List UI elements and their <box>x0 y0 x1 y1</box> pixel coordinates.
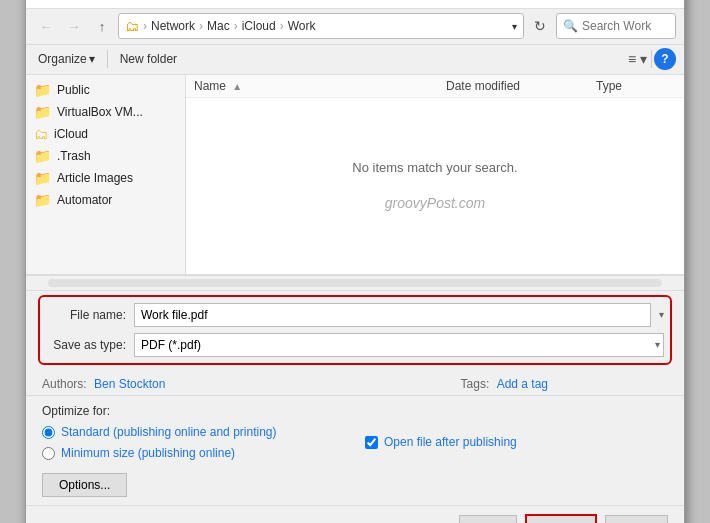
tags-value[interactable]: Add a tag <box>497 377 548 391</box>
sidebar: 📁 Public 📁 VirtualBox VM... 🗂 iCloud 📁 .… <box>26 75 186 274</box>
icloud-folder-icon: 🗂 <box>34 126 48 142</box>
sidebar-item-virtualbox[interactable]: 📁 VirtualBox VM... <box>26 101 185 123</box>
folder-icon: 📁 <box>34 148 51 164</box>
sidebar-item-automator[interactable]: 📁 Automator <box>26 189 185 211</box>
minimum-radio-label: Minimum size (publishing online) <box>61 445 235 462</box>
breadcrumb-network[interactable]: Network <box>151 19 195 33</box>
open-file-checkbox[interactable] <box>365 436 378 449</box>
breadcrumb: 🗂 › Network › Mac › iCloud › Work ▾ <box>118 13 524 39</box>
optimize-section: Optimize for: Standard (publishing onlin… <box>42 404 345 498</box>
back-button[interactable]: ← <box>34 14 58 38</box>
view-toggle-button[interactable]: ≡ ▾ <box>626 49 649 69</box>
toolbar-separator-2 <box>651 50 652 68</box>
breadcrumb-icloud[interactable]: iCloud <box>242 19 276 33</box>
up-button[interactable]: ↑ <box>90 14 114 38</box>
bottom-right: Tools ▾ Save Cancel <box>459 514 668 523</box>
tags-label: Tags: <box>461 377 490 391</box>
search-input[interactable] <box>582 19 672 33</box>
forward-button[interactable]: → <box>62 14 86 38</box>
optimize-label: Optimize for: <box>42 404 345 418</box>
open-file-section: Open file after publishing <box>365 404 668 451</box>
file-pane: Name ▲ Date modified Type No items match… <box>186 75 684 274</box>
sidebar-item-label: iCloud <box>54 127 88 141</box>
main-area: 📁 Public 📁 VirtualBox VM... 🗂 iCloud 📁 .… <box>26 75 684 275</box>
filename-row-highlight: File name: ▾ Save as type: PDF (*.pdf) ▾ <box>42 299 668 361</box>
search-icon: 🔍 <box>563 19 578 33</box>
title-bar: 💾 Save As − □ ✕ <box>26 0 684 9</box>
empty-message: No items match your search. <box>352 160 517 175</box>
options-area: Optimize for: Standard (publishing onlin… <box>26 396 684 506</box>
tools-button[interactable]: Tools ▾ <box>459 515 517 523</box>
authors-value[interactable]: Ben Stockton <box>94 377 165 391</box>
authors-label: Authors: <box>42 377 87 391</box>
options-button[interactable]: Options... <box>42 473 127 497</box>
filename-label: File name: <box>46 308 126 322</box>
cancel-button[interactable]: Cancel <box>605 515 668 523</box>
savetype-select[interactable]: PDF (*.pdf) <box>134 333 664 357</box>
toolbar-separator <box>107 50 108 68</box>
watermark: groovyPost.com <box>385 195 485 211</box>
nav-bar: ← → ↑ 🗂 › Network › Mac › iCloud › Work … <box>26 9 684 45</box>
organize-button[interactable]: Organize ▾ <box>34 50 99 68</box>
savetype-row: Save as type: PDF (*.pdf) ▾ <box>46 333 664 357</box>
standard-radio-option: Standard (publishing online and printing… <box>42 424 345 441</box>
sidebar-item-public[interactable]: 📁 Public <box>26 79 185 101</box>
bottom-bar: ∧ Hide Folders Tools ▾ Save Cancel <box>26 505 684 523</box>
refresh-button[interactable]: ↻ <box>528 14 552 38</box>
folder-icon: 📁 <box>34 192 51 208</box>
sidebar-item-trash[interactable]: 📁 .Trash <box>26 145 185 167</box>
sidebar-item-article-images[interactable]: 📁 Article Images <box>26 167 185 189</box>
tags-section: Tags: Add a tag <box>461 377 668 391</box>
sidebar-item-label: VirtualBox VM... <box>57 105 143 119</box>
search-box[interactable]: 🔍 <box>556 13 676 39</box>
savetype-wrapper: PDF (*.pdf) ▾ <box>134 333 664 357</box>
col-type-header[interactable]: Type <box>596 79 676 93</box>
sidebar-item-icloud[interactable]: 🗂 iCloud <box>26 123 185 145</box>
sidebar-item-label: Automator <box>57 193 112 207</box>
sidebar-item-label: Article Images <box>57 171 133 185</box>
save-button[interactable]: Save <box>525 514 596 523</box>
folder-icon: 📁 <box>34 104 51 120</box>
standard-radio-label: Standard (publishing online and printing… <box>61 424 276 441</box>
scroll-track <box>48 279 662 287</box>
minimum-radio[interactable] <box>42 447 55 460</box>
standard-radio[interactable] <box>42 426 55 439</box>
file-content-area: No items match your search. groovyPost.c… <box>186 98 684 274</box>
help-button[interactable]: ? <box>654 48 676 70</box>
breadcrumb-folder-icon: 🗂 <box>125 18 139 34</box>
new-folder-button[interactable]: New folder <box>116 50 181 68</box>
filename-row: File name: ▾ <box>46 303 664 327</box>
form-area: File name: ▾ Save as type: PDF (*.pdf) ▾ <box>26 291 684 373</box>
toolbar: Organize ▾ New folder ≡ ▾ ? <box>26 45 684 75</box>
sidebar-item-label: Public <box>57 83 90 97</box>
minimum-radio-option: Minimum size (publishing online) <box>42 445 345 462</box>
filename-input[interactable] <box>134 303 651 327</box>
col-name-header[interactable]: Name ▲ <box>194 79 446 93</box>
authors-section: Authors: Ben Stockton <box>42 377 165 391</box>
file-list-header: Name ▲ Date modified Type <box>186 75 684 98</box>
breadcrumb-work[interactable]: Work <box>288 19 316 33</box>
breadcrumb-mac[interactable]: Mac <box>207 19 230 33</box>
folder-icon: 📁 <box>34 170 51 186</box>
sidebar-item-label: .Trash <box>57 149 91 163</box>
open-file-label: Open file after publishing <box>384 434 517 451</box>
filename-dropdown-arrow[interactable]: ▾ <box>659 309 664 320</box>
view-buttons: ≡ ▾ ? <box>626 48 676 70</box>
meta-row: Authors: Ben Stockton Tags: Add a tag <box>26 373 684 396</box>
folder-icon: 📁 <box>34 82 51 98</box>
savetype-label: Save as type: <box>46 338 126 352</box>
scroll-area[interactable] <box>26 275 684 291</box>
col-date-header[interactable]: Date modified <box>446 79 596 93</box>
